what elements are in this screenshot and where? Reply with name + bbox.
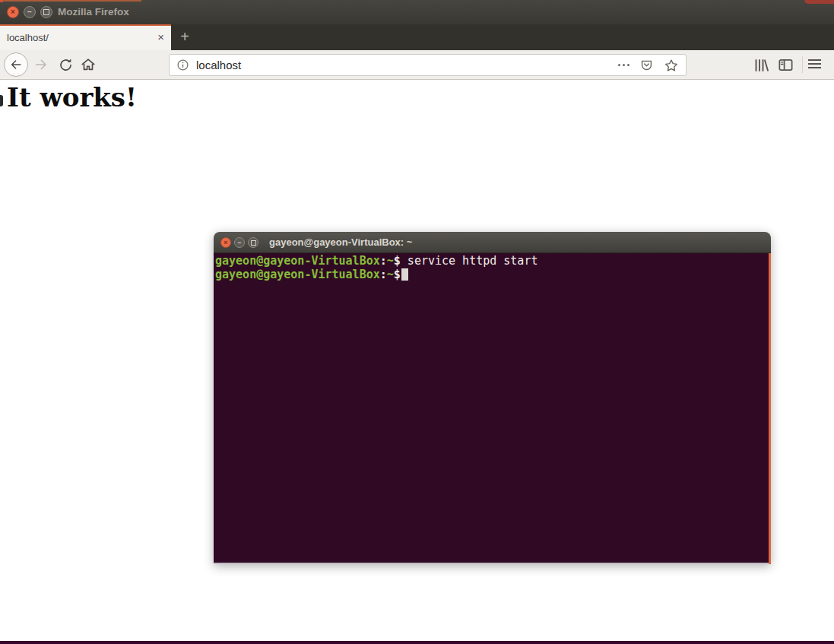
- tab-localhost[interactable]: localhost/ ×: [0, 24, 171, 50]
- prompt-user-host: gayeon@gayeon-VirtualBox: [215, 268, 380, 281]
- window-top-border: [0, 0, 141, 2]
- url-text[interactable]: localhost: [196, 59, 241, 71]
- forward-button[interactable]: [32, 56, 50, 74]
- url-bar[interactable]: localhost: [169, 54, 687, 76]
- reload-icon: [58, 57, 74, 73]
- terminal-title: gayeon@gayeon-VirtualBox: ~: [269, 232, 412, 252]
- toolbar-divider: [802, 56, 803, 73]
- terminal-line: gayeon@gayeon-VirtualBox:~$ service http…: [215, 255, 771, 268]
- browser-titlebar: × − Mozilla Firefox: [0, 0, 834, 24]
- terminal-command: service httpd start: [401, 254, 538, 268]
- terminal-minimize-button[interactable]: −: [234, 237, 245, 248]
- page-actions-dots-icon[interactable]: [618, 64, 629, 66]
- prompt-path: ~: [387, 268, 394, 281]
- hamburger-menu-button[interactable]: [808, 59, 821, 68]
- clipped-text-artifact: [0, 95, 3, 106]
- terminal-maximize-button[interactable]: [248, 237, 258, 248]
- prompt-path: ~: [387, 254, 394, 268]
- terminal-scrollbar[interactable]: [769, 253, 771, 564]
- terminal-cursor: [401, 268, 408, 281]
- terminal-titlebar[interactable]: × − gayeon@gayeon-VirtualBox: ~: [214, 232, 771, 253]
- pocket-icon[interactable]: [639, 58, 654, 72]
- back-button[interactable]: [4, 52, 28, 77]
- page-heading: It works!: [7, 82, 137, 113]
- window-title: Mozilla Firefox: [58, 0, 129, 24]
- terminal-close-button[interactable]: ×: [220, 237, 231, 248]
- desktop-screenshot: × − Mozilla Firefox localhost/ × +: [0, 0, 834, 644]
- reload-button[interactable]: [56, 56, 75, 74]
- maximize-icon: [43, 9, 49, 15]
- home-button[interactable]: [79, 56, 97, 74]
- forward-icon: [33, 56, 49, 73]
- terminal-body[interactable]: gayeon@gayeon-VirtualBox:~$ service http…: [214, 253, 771, 564]
- prompt-colon: :: [380, 254, 387, 268]
- back-icon: [8, 57, 24, 72]
- close-window-button[interactable]: ×: [7, 6, 19, 18]
- library-button[interactable]: [752, 50, 770, 80]
- bookmark-star-icon[interactable]: [664, 58, 679, 73]
- navigation-toolbar: localhost: [0, 50, 834, 80]
- sidebar-icon: [777, 56, 794, 74]
- terminal-line: gayeon@gayeon-VirtualBox:~$: [215, 268, 771, 282]
- new-tab-button[interactable]: +: [177, 24, 192, 49]
- terminal-window[interactable]: × − gayeon@gayeon-VirtualBox: ~ gayeon@g…: [214, 232, 771, 564]
- hamburger-menu-icon: [808, 59, 821, 61]
- window-controls: × −: [7, 6, 52, 18]
- terminal-maximize-icon: [251, 240, 256, 246]
- maximize-window-button[interactable]: [40, 6, 52, 18]
- prompt-dollar: $: [394, 268, 401, 281]
- window-top-border-notch: [0, 0, 3, 2]
- info-icon[interactable]: [176, 59, 189, 71]
- prompt-user-host: gayeon@gayeon-VirtualBox: [215, 254, 380, 268]
- sidebar-button[interactable]: [777, 50, 794, 80]
- tab-close-button[interactable]: ×: [157, 24, 164, 50]
- desktop-background-strip: [0, 641, 834, 644]
- prompt-dollar: $: [394, 254, 401, 268]
- minimize-window-button[interactable]: −: [24, 6, 36, 18]
- tab-bar: localhost/ × +: [0, 24, 834, 50]
- terminal-window-controls: × −: [220, 237, 258, 248]
- home-icon: [80, 56, 97, 73]
- prompt-colon: :: [380, 268, 387, 281]
- tab-label: localhost/: [7, 24, 49, 51]
- background-window-fragment: [804, 0, 834, 4]
- library-icon: [752, 56, 770, 75]
- urlbar-action-icons: [618, 58, 679, 73]
